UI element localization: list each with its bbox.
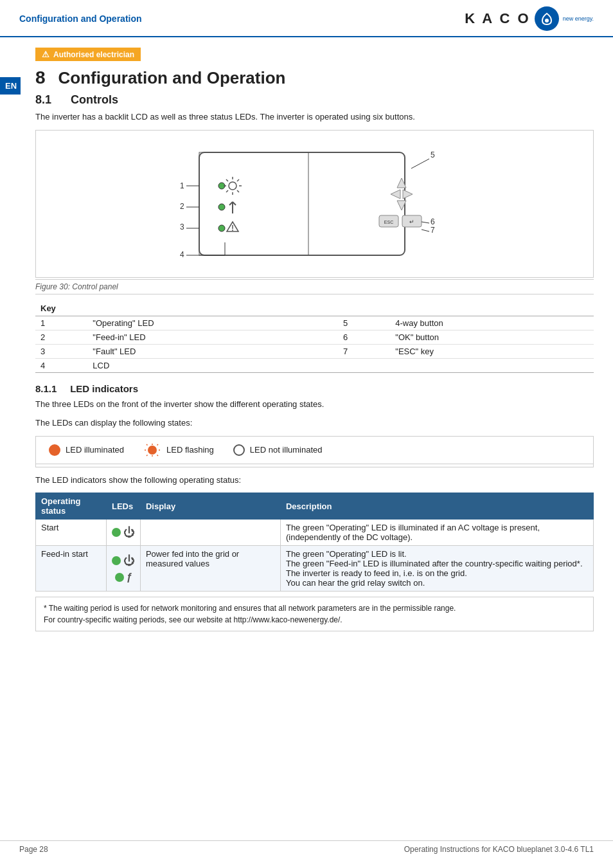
svg-line-52 [157, 455, 159, 456]
key-num-3: 3 [35, 344, 87, 358]
led-flashing-icon [143, 443, 161, 457]
control-panel-diagram: ESC ↵ 1 2 3 4 5 6 7 [35, 130, 594, 278]
svg-line-43 [422, 230, 429, 231]
language-tab: EN [0, 77, 21, 95]
led-states-bottom-border [35, 464, 594, 467]
svg-text:↵: ↵ [409, 219, 414, 225]
svg-line-50 [157, 444, 159, 446]
footnote-line-2: For country-specific waiting periods, se… [44, 614, 585, 626]
led-group-start: ⏻ [112, 526, 135, 539]
key-table: Key 1 "Operating" LED 5 4-way button 2 "… [35, 301, 594, 373]
led-outline-icon [233, 444, 245, 456]
led-solid-icon [49, 444, 60, 456]
section-description: The inverter has a backlit LCD as well a… [35, 111, 594, 123]
green-led-2-icon [115, 573, 124, 582]
key-label-4: LCD [87, 358, 338, 372]
table-row: 1 "Operating" LED 5 4-way button [35, 316, 594, 330]
svg-text:ESC: ESC [384, 220, 393, 224]
status-table-header-row: Operating status LEDs Display Descriptio… [36, 493, 594, 520]
col-description: Description [280, 493, 593, 520]
key-num-1: 1 [35, 316, 87, 330]
section-number: 8.1 [35, 93, 67, 107]
led-states-row: LED illuminated LED flashing LED not ill… [35, 436, 594, 464]
key-num-6: 6 [338, 330, 390, 344]
svg-point-17 [218, 225, 225, 231]
page-footer: Page 28 Operating Instructions for KACO … [0, 840, 613, 858]
led-flashing-item: LED flashing [143, 443, 214, 457]
feedin-symbol: ƒ [127, 572, 132, 583]
logo-tagline: new energy. [563, 15, 594, 22]
chapter-title: Configuration and Operation [58, 68, 286, 88]
warning-label: Authorised electrician [53, 50, 134, 59]
svg-text:3: 3 [180, 222, 184, 231]
led-cell-feedin: ⏻ ƒ [106, 546, 140, 592]
svg-marker-23 [403, 190, 413, 199]
svg-point-0 [545, 19, 549, 23]
header-title: Configuration and Operation [19, 14, 142, 24]
key-label-6: "OK" button [390, 330, 594, 344]
footnote-line-1: * The waiting period is used for network… [44, 602, 585, 614]
subsection-number: 8.1.1 [35, 383, 67, 394]
svg-line-10 [237, 179, 239, 181]
status-start: Start [36, 520, 107, 546]
key-label-1: "Operating" LED [87, 316, 338, 330]
subsection-8-1-1-heading: 8.1.1 LED indicators [35, 383, 594, 394]
logo-icon [535, 6, 559, 31]
key-label-5: 4-way button [390, 316, 594, 330]
key-num-5: 5 [338, 316, 390, 330]
chapter-number: 8 [35, 68, 46, 88]
subsection-title: LED indicators [70, 383, 138, 394]
chapter-heading: 8 Configuration and Operation [35, 68, 594, 88]
svg-text:1: 1 [180, 181, 184, 190]
col-display: Display [140, 493, 280, 520]
logo-text: K A C O [465, 10, 530, 27]
section-8-1-heading: 8.1 Controls [35, 93, 594, 107]
svg-text:6: 6 [431, 217, 435, 226]
display-start [140, 520, 280, 546]
svg-marker-22 [391, 190, 400, 199]
warning-badge: ⚠ Authorised electrician [35, 48, 141, 61]
key-num-2: 2 [35, 330, 87, 344]
content-area: ⚠ Authorised electrician 8 Configuration… [0, 37, 613, 644]
col-operating-status: Operating status [36, 493, 107, 520]
svg-rect-2 [199, 152, 308, 255]
table-row: 4 LCD [35, 358, 594, 372]
led-table-intro: The LED indicators show the following op… [35, 474, 594, 487]
svg-line-9 [226, 179, 228, 181]
led-flashing-label: LED flashing [166, 445, 214, 455]
table-row: Feed-in start ⏻ ƒ Power fed into the gri… [36, 546, 594, 592]
col-leds: LEDs [106, 493, 140, 520]
svg-line-49 [147, 444, 148, 446]
key-header: Key [35, 301, 594, 316]
figure-caption: Figure 30: Control panel [35, 279, 594, 294]
led-row-2: ƒ [115, 572, 132, 583]
power-icon-feedin: ⏻ [123, 554, 135, 568]
footer-right: Operating Instructions for KACO blueplan… [404, 845, 594, 854]
key-empty-col3 [338, 358, 390, 372]
warning-icon: ⚠ [42, 50, 49, 59]
led-cell-start: ⏻ [106, 520, 140, 546]
green-led-icon [112, 528, 121, 537]
svg-line-11 [226, 190, 228, 192]
key-empty-col4 [390, 358, 594, 372]
logo-area: K A C O new energy. [465, 6, 594, 31]
svg-line-39 [411, 159, 429, 168]
led-desc-2: The LEDs can display the following state… [35, 417, 594, 429]
section-title: Controls [71, 93, 118, 106]
svg-text:4: 4 [180, 250, 184, 259]
table-row: 3 "Fault" LED 7 "ESC" key [35, 344, 594, 358]
display-feedin: Power fed into the grid or measured valu… [140, 546, 280, 592]
led-illuminated-label: LED illuminated [66, 445, 124, 455]
diagram-svg: ESC ↵ 1 2 3 4 5 6 7 [161, 140, 469, 268]
led-desc-1: The three LEDs on the front of the inver… [35, 398, 594, 411]
green-led-icon [112, 556, 121, 565]
svg-point-4 [229, 182, 236, 190]
footer-left: Page 28 [19, 845, 48, 854]
table-row: 2 "Feed-in" LED 6 "OK" button [35, 330, 594, 344]
svg-text:7: 7 [431, 226, 435, 235]
key-num-4: 4 [35, 358, 87, 372]
status-feedin: Feed-in start [36, 546, 107, 592]
table-row: Start ⏻ The green "Operating" LED is ill… [36, 520, 594, 546]
led-row-1: ⏻ [112, 554, 135, 568]
svg-text:2: 2 [180, 202, 184, 211]
